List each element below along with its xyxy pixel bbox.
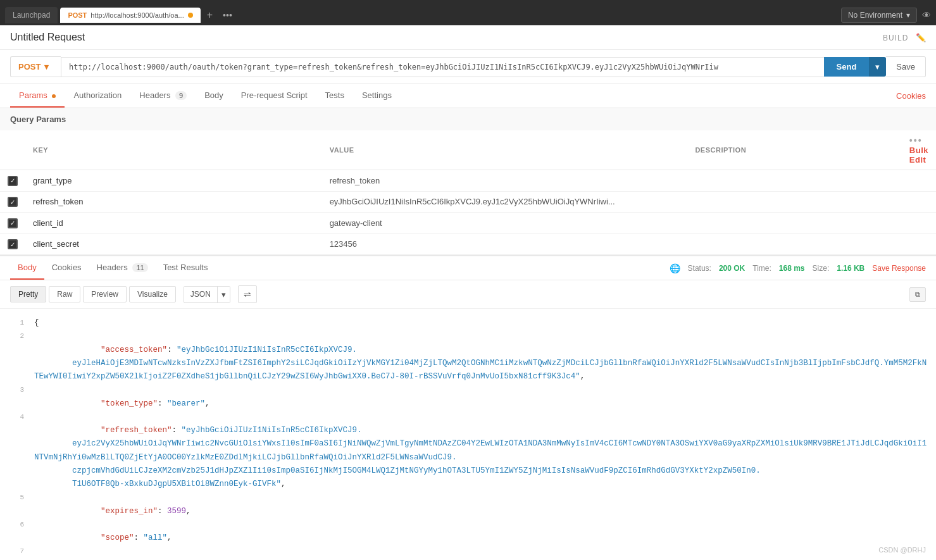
- tab-headers[interactable]: Headers 9: [130, 84, 196, 108]
- edit-icon[interactable]: ✏️: [916, 33, 926, 42]
- table-row: ✓ client_id gateway-client: [0, 213, 936, 234]
- table-row: ✓ refresh_token eyJhbGciOiJIUzI1NiIsInR5…: [0, 191, 936, 213]
- tab-settings[interactable]: Settings: [353, 84, 401, 108]
- send-button-group: Send ▾: [824, 57, 887, 77]
- resp-tab-cookies[interactable]: Cookies: [44, 256, 89, 280]
- resp-tab-headers[interactable]: Headers 11: [89, 256, 156, 280]
- preview-button[interactable]: Preview: [83, 286, 127, 302]
- col-check: [0, 130, 25, 170]
- response-toolbar: Pretty Raw Preview Visualize JSON ▾ ⇌ ⧉: [0, 280, 936, 309]
- json-line-3: 3 "token_type": "bearer",: [0, 383, 936, 411]
- method-selector[interactable]: POST ▾: [10, 56, 61, 77]
- tab-authorization[interactable]: Authorization: [65, 84, 130, 108]
- env-label: No Environment: [848, 11, 902, 20]
- resp-headers-badge: 11: [132, 263, 147, 272]
- size-label: Size:: [813, 264, 830, 273]
- format-dropdown-button[interactable]: ▾: [217, 287, 230, 302]
- row-value-cell[interactable]: 123456: [322, 233, 688, 255]
- col-value-header: VALUE: [322, 130, 688, 170]
- request-title-bar: Untitled Request BUILD ✏️: [0, 25, 936, 50]
- tab-tests[interactable]: Tests: [316, 84, 353, 108]
- row-key-cell[interactable]: refresh_token: [25, 191, 322, 213]
- table-row: ✓ client_secret 123456: [0, 233, 936, 255]
- visualize-button[interactable]: Visualize: [129, 286, 176, 302]
- method-label: POST: [18, 62, 41, 72]
- add-tab-button[interactable]: +: [203, 9, 216, 21]
- tab-body[interactable]: Body: [196, 84, 232, 108]
- pretty-button[interactable]: Pretty: [10, 286, 46, 302]
- more-dots-icon[interactable]: •••: [909, 135, 923, 146]
- json-viewer: 1 { 2 "access_token": "eyJhbGciOiJIUzI1N…: [0, 309, 936, 560]
- save-response-link[interactable]: Save Response: [872, 264, 926, 273]
- tab-url-text: http://localhost:9000/auth/oa...: [90, 11, 184, 19]
- format-json-button[interactable]: JSON: [184, 287, 217, 302]
- json-line-1: 1 {: [0, 316, 936, 330]
- headers-badge: 9: [175, 91, 187, 100]
- request-title: Untitled Request: [10, 32, 85, 43]
- request-tabs: Params Authorization Headers 9 Body Pre-…: [0, 84, 936, 108]
- format-selector: JSON ▾: [184, 286, 230, 303]
- col-desc-header: DESCRIPTION: [687, 130, 901, 170]
- wrap-button[interactable]: ⇌: [238, 285, 257, 303]
- time-label: Time:: [752, 264, 771, 273]
- col-key-header: KEY: [25, 130, 322, 170]
- row-desc-cell[interactable]: [687, 170, 901, 192]
- tab-active-request[interactable]: POST http://localhost:9000/auth/oa...: [60, 8, 200, 23]
- tab-more-button[interactable]: •••: [219, 10, 236, 20]
- response-tabs-bar: Body Cookies Headers 11 Test Results 🌐 S…: [0, 256, 936, 280]
- browser-tab-bar: Launchpad POST http://localhost:9000/aut…: [0, 0, 936, 25]
- row-check-cell: ✓: [0, 213, 25, 234]
- build-button[interactable]: BUILD: [883, 34, 908, 42]
- eye-icon[interactable]: 👁: [922, 10, 931, 20]
- env-selector: No Environment ▾ 👁: [841, 8, 931, 23]
- row-value-cell[interactable]: refresh_token: [322, 170, 688, 192]
- row-checkbox-3[interactable]: ✓: [8, 239, 18, 249]
- send-dropdown-button[interactable]: ▾: [869, 57, 886, 77]
- bulk-edit-link[interactable]: Bulk Edit: [909, 146, 928, 165]
- row-checkbox-0[interactable]: ✓: [8, 176, 18, 186]
- row-desc-cell[interactable]: [687, 233, 901, 255]
- environment-dropdown[interactable]: No Environment ▾: [841, 8, 917, 23]
- response-meta: 🌐 Status: 200 OK Time: 168 ms Size: 1.16…: [670, 263, 926, 273]
- row-actions-cell: [902, 170, 936, 192]
- raw-button[interactable]: Raw: [49, 286, 80, 302]
- col-actions: ••• Bulk Edit: [902, 130, 936, 170]
- url-input[interactable]: [61, 57, 824, 77]
- row-check-cell: ✓: [0, 170, 25, 192]
- tab-params[interactable]: Params: [10, 84, 65, 108]
- row-key-cell[interactable]: client_secret: [25, 233, 322, 255]
- cookies-link[interactable]: Cookies: [896, 91, 926, 101]
- row-key-cell[interactable]: grant_type: [25, 170, 322, 192]
- save-button[interactable]: Save: [886, 56, 926, 77]
- table-row: ✓ grant_type refresh_token: [0, 170, 936, 192]
- json-line-4: 4 "refresh_token": "eyJhbGciOiJIUzI1NiIs…: [0, 411, 936, 492]
- status-value: 200 OK: [719, 264, 745, 273]
- row-desc-cell[interactable]: [687, 213, 901, 234]
- row-check-cell: ✓: [0, 191, 25, 213]
- json-line-2: 2 "access_token": "eyJhbGciOiJIUzI1NiIsI…: [0, 330, 936, 383]
- watermark: CSDN @DRHJ: [878, 546, 926, 554]
- app-container: Untitled Request BUILD ✏️ POST ▾ Send ▾ …: [0, 25, 936, 560]
- size-value: 1.16 KB: [837, 264, 864, 273]
- tab-launchpad[interactable]: Launchpad: [5, 7, 58, 23]
- url-bar: POST ▾ Send ▾ Save: [0, 50, 936, 84]
- row-desc-cell[interactable]: [687, 191, 901, 213]
- row-check-cell: ✓: [0, 233, 25, 255]
- row-checkbox-1[interactable]: ✓: [8, 197, 18, 207]
- resp-tab-test-results[interactable]: Test Results: [156, 256, 216, 280]
- resp-tab-body[interactable]: Body: [10, 256, 44, 280]
- tab-method-badge: POST: [68, 11, 87, 19]
- row-value-cell[interactable]: gateway-client: [322, 213, 688, 234]
- status-label: Status:: [688, 264, 711, 273]
- row-key-cell[interactable]: client_id: [25, 213, 322, 234]
- row-value-cell[interactable]: eyJhbGciOiJIUzI1NiIsInR5cCI6IkpXVCJ9.eyJ…: [322, 191, 688, 213]
- row-checkbox-2[interactable]: ✓: [8, 218, 18, 228]
- row-actions-cell: [902, 191, 936, 213]
- tab-prerequest[interactable]: Pre-request Script: [232, 84, 316, 108]
- send-button[interactable]: Send: [824, 57, 870, 77]
- copy-button[interactable]: ⧉: [909, 287, 926, 302]
- row-actions-cell: [902, 213, 936, 234]
- tab-modified-dot: [188, 13, 193, 18]
- params-dot: [52, 94, 56, 98]
- time-value: 168 ms: [779, 264, 805, 273]
